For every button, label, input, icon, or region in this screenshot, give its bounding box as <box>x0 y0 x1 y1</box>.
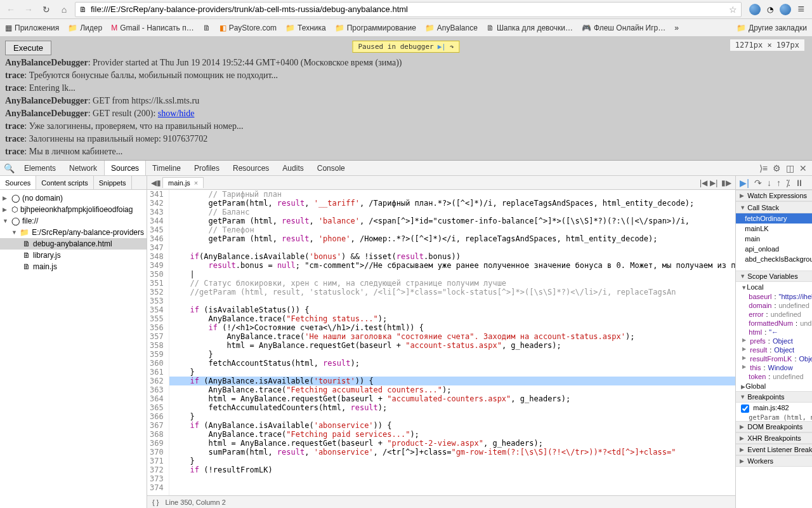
scope-variable[interactable]: ▶prefs: Object <box>736 337 812 345</box>
sources-navigator: Sources Content scripts Snippets ▶◯ (no … <box>0 176 147 508</box>
browser-toolbar: ← → ↻ ⌂ 🗎 ☆ ◔ ≡ <box>0 0 812 19</box>
back-button[interactable]: ← <box>4 3 18 17</box>
bookmark-item[interactable]: ◧PayStore.com <box>219 23 277 32</box>
devtools-tab-sources[interactable]: Sources <box>104 161 146 175</box>
search-icon[interactable]: 🔍 <box>0 161 18 175</box>
page-viewport: Execute Paused in debugger ▶| ↷ 1271px ×… <box>0 37 812 160</box>
nav-tab-snippets[interactable]: Snippets <box>94 176 132 189</box>
file-item[interactable]: 🗎 debug-anybalance.html <box>0 238 147 250</box>
cursor-position: Line 350, Column 2 <box>165 498 225 506</box>
toggle-navigator-icon[interactable]: ◀▮ <box>150 178 162 187</box>
editor-tab[interactable]: main.js× <box>162 177 204 188</box>
call-stack-header[interactable]: ▼Call StackAsync <box>736 201 812 213</box>
code-editor[interactable]: 3413423433443453463473483493503513523533… <box>147 190 735 495</box>
dimensions-overlay: 1271px × 197px <box>730 39 804 51</box>
nav-tab-content-scripts[interactable]: Content scripts <box>36 176 93 189</box>
home-button[interactable]: ⌂ <box>57 3 71 17</box>
paused-in-debugger-badge: Paused in debugger ▶| ↷ <box>352 41 459 53</box>
devtools-tab-audits[interactable]: Audits <box>276 161 310 175</box>
breakpoints-header[interactable]: ▼Breakpoints <box>736 391 812 403</box>
devtools-tab-console[interactable]: Console <box>311 161 352 175</box>
stack-frame[interactable]: api_onloadapi.js:876 <box>736 244 812 254</box>
bookmark-star-icon[interactable]: ☆ <box>729 4 737 15</box>
apps-button[interactable]: ▦ Приложения <box>5 23 59 32</box>
toggle-sidebar-icon[interactable]: ▮▶ <box>720 178 733 187</box>
next-icon[interactable]: ▶| <box>710 178 717 187</box>
scope-variables-header[interactable]: ▼Scope Variables <box>736 271 812 282</box>
url-input[interactable] <box>91 4 725 14</box>
devtools-tab-network[interactable]: Network <box>63 161 104 175</box>
file-tree[interactable]: ▶◯ (no domain) ▶⬡ bjhpeieonkhafpmpkjolif… <box>0 190 147 508</box>
settings-gear-icon[interactable]: ⚙ <box>773 163 781 173</box>
extension-globe-icon[interactable] <box>749 4 761 15</box>
scope-variable[interactable]: error: undefined <box>736 310 812 319</box>
bookmark-item[interactable]: 🗎Шапка для девочки… <box>487 23 573 32</box>
step-icon[interactable]: ↷ <box>450 43 454 51</box>
bookmark-item[interactable]: 📁Лидер <box>68 23 102 32</box>
step-over-button[interactable]: ↷ <box>754 178 762 188</box>
scope-variable[interactable]: ▶resultFromLK: Object <box>736 354 812 363</box>
chrome-menu-icon[interactable]: ≡ <box>797 3 804 16</box>
devtools-tab-bar: 🔍 ElementsNetworkSourcesTimelineProfiles… <box>0 161 812 176</box>
bookmark-item[interactable]: 📁Программирование <box>335 23 416 32</box>
scope-variable[interactable]: token: undefined <box>736 372 812 381</box>
debugger-sidebar: ▶| ↷ ↓ ↑ ⁒ ⏸ ▶Watch Expressions ▼Call St… <box>735 176 812 508</box>
dock-icon[interactable]: ◫ <box>786 163 794 173</box>
breakpoint-checkbox[interactable] <box>741 404 749 413</box>
bookmark-item[interactable]: 🗎 <box>203 23 211 32</box>
bookmarks-bar: ▦ Приложения 📁Лидер MGmail - Написать п…… <box>0 19 812 37</box>
close-devtools-icon[interactable]: ✕ <box>799 163 807 173</box>
prev-icon[interactable]: |◀ <box>700 178 707 187</box>
page-icon: 🗎 <box>79 5 87 14</box>
bookmark-overflow[interactable]: » <box>674 23 679 32</box>
close-tab-icon[interactable]: × <box>194 179 198 187</box>
resume-icon[interactable]: ▶| <box>438 43 446 51</box>
code-editor-panel: ◀▮ main.js× |◀ ▶| ▮▶ 3413423433443453463… <box>147 176 735 508</box>
bookmark-item[interactable]: MGmail - Написать п… <box>111 23 194 32</box>
debugger-toolbar: ▶| ↷ ↓ ↑ ⁒ ⏸ <box>736 176 812 190</box>
scope-variable[interactable]: domain: undefined <box>736 301 812 310</box>
scope-variable[interactable]: baseurl: "https://ihelp… <box>736 292 812 301</box>
file-item[interactable]: 🗎 library.js <box>0 250 147 261</box>
scope-variable[interactable]: html: "← <box>736 328 812 337</box>
bookmark-item[interactable]: 📁Техника <box>285 23 326 32</box>
devtools-tab-timeline[interactable]: Timeline <box>146 161 188 175</box>
file-item[interactable]: 🗎 main.js <box>0 261 147 272</box>
event-breakpoints-header[interactable]: ▶Event Listener Breakpoints <box>736 444 812 455</box>
pretty-print-icon[interactable]: { } <box>152 498 159 506</box>
devtools-tab-profiles[interactable]: Profiles <box>188 161 226 175</box>
extension-circle-icon[interactable]: ◔ <box>767 5 773 14</box>
bookmark-item[interactable]: 📁AnyBalance <box>425 23 478 32</box>
url-bar[interactable]: 🗎 ☆ <box>75 2 742 17</box>
stack-frame[interactable]: mainmain.js:65 <box>736 234 812 244</box>
devtools-tab-resources[interactable]: Resources <box>226 161 276 175</box>
workers-header[interactable]: ▶Workers <box>736 455 812 467</box>
bookmark-item[interactable]: 🎮Флеш Онлайн Игр… <box>582 23 665 32</box>
watch-expressions-header[interactable]: ▶Watch Expressions <box>736 190 812 201</box>
scope-variable[interactable]: formattedNum: undefined <box>736 319 812 328</box>
nav-tab-sources[interactable]: Sources <box>0 176 36 189</box>
stack-frame[interactable]: abd_checkIsBackgroundInitializedapi-adap… <box>736 254 812 271</box>
step-out-button[interactable]: ↑ <box>776 178 781 188</box>
execute-button[interactable]: Execute <box>5 41 51 55</box>
resume-button[interactable]: ▶| <box>740 178 749 188</box>
extension-globe2-icon[interactable] <box>780 4 791 15</box>
toggle-drawer-icon[interactable]: ⟩≡ <box>759 163 768 173</box>
breakpoint-item[interactable]: main.js:482 <box>736 403 812 414</box>
pause-exceptions-button[interactable]: ⏸ <box>795 178 804 188</box>
forward-button[interactable]: → <box>22 3 36 17</box>
devtools-tab-elements[interactable]: Elements <box>18 161 63 175</box>
stack-frame[interactable]: mainLKmain.js:666 <box>736 224 812 234</box>
dom-breakpoints-header[interactable]: ▶DOM Breakpoints <box>736 421 812 432</box>
deactivate-bp-button[interactable]: ⁒ <box>786 178 790 188</box>
reload-button[interactable]: ↻ <box>39 3 53 17</box>
step-into-button[interactable]: ↓ <box>767 178 771 188</box>
scope-variable[interactable]: ▶result: Object <box>736 345 812 354</box>
editor-status-bar: { } Line 350, Column 2 <box>147 495 735 508</box>
xhr-breakpoints-header[interactable]: ▶XHR Breakpoints+ <box>736 432 812 444</box>
devtools-panel: 🔍 ElementsNetworkSourcesTimelineProfiles… <box>0 160 812 508</box>
scope-variable[interactable]: ▶this: Window <box>736 363 812 372</box>
other-bookmarks[interactable]: 📁Другие закладки <box>737 23 807 32</box>
stack-frame[interactable]: fetchOrdinarymain.js:362 <box>736 213 812 224</box>
